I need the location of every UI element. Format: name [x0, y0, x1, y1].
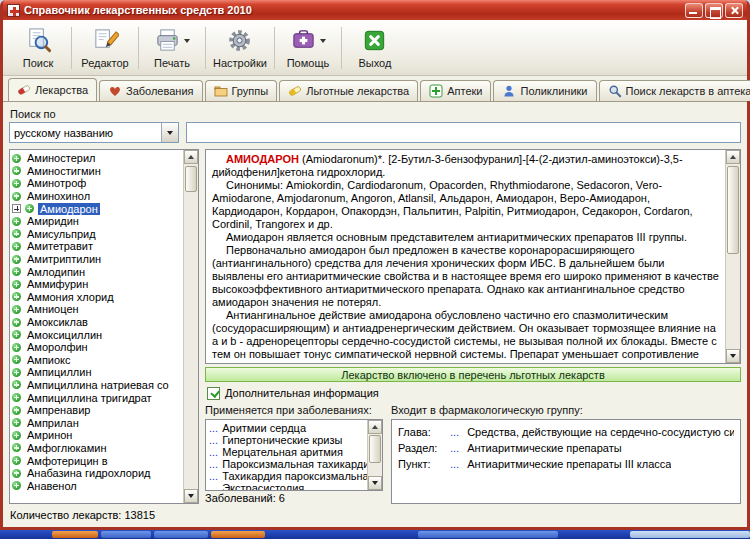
taskbar-window-button[interactable]	[211, 531, 265, 538]
disease-list-item[interactable]: ... Мерцательная аритмия	[209, 446, 367, 458]
drug-list-item[interactable]: Ампренавир	[12, 404, 183, 417]
drug-list-item[interactable]: Аминостерил	[12, 152, 183, 165]
drug-list-item[interactable]: Аммония хлорид	[12, 291, 183, 304]
scroll-up-button[interactable]	[368, 420, 382, 434]
disease-details-link[interactable]: ...	[209, 434, 218, 446]
disease-details-link[interactable]: ...	[209, 470, 218, 482]
scroll-thumb[interactable]	[727, 166, 739, 254]
combobox-dropdown-button[interactable]	[161, 123, 178, 142]
drug-list-item[interactable]: Ампиокс	[12, 354, 183, 367]
scroll-up-button[interactable]	[184, 150, 198, 164]
disease-list-item[interactable]: ... Экстрасистолия	[209, 482, 367, 490]
disease-details-link[interactable]: ...	[209, 458, 218, 470]
taskbar-window-button[interactable]	[52, 531, 98, 538]
additional-info-checkbox[interactable]	[207, 387, 220, 400]
editor-toolbar-button[interactable]: Редактор	[78, 23, 132, 73]
scroll-up-button[interactable]	[726, 150, 740, 164]
drug-list-item[interactable]: Амиодарон	[12, 202, 183, 215]
toolbar-separator	[71, 27, 72, 69]
drug-list-item[interactable]: Ампициллина натриевая со	[12, 379, 183, 392]
drug-list-item[interactable]: Амниоцен	[12, 303, 183, 316]
disease-list-item[interactable]: ... Гипертонические кризы	[209, 434, 367, 446]
expand-plus-icon[interactable]	[12, 204, 21, 213]
tab-drugs[interactable]: Лекарства	[8, 78, 97, 101]
tab-diseases[interactable]: Заболевания	[99, 80, 203, 101]
drug-list-item[interactable]: Амоксиклав	[12, 316, 183, 329]
drug-list-item[interactable]: Анабазина гидрохлорид	[12, 467, 183, 480]
drug-list-item[interactable]: Амфотерицин в	[12, 454, 183, 467]
search-mode-combobox[interactable]: русскому названию	[9, 122, 179, 143]
benefit-pill-icon	[288, 84, 302, 98]
drug-list-item[interactable]: Амоксициллин	[12, 328, 183, 341]
minimize-button[interactable]	[685, 3, 703, 18]
help-toolbar-button[interactable]: Помощь	[281, 23, 335, 73]
drug-name: Амиридин	[25, 215, 81, 227]
search-input[interactable]	[186, 122, 741, 143]
search-row: русскому названию	[9, 122, 741, 143]
tab-drug-search-in-pharmacies[interactable]: Поиск лекарств в аптеках	[599, 80, 750, 101]
disease-list-item[interactable]: ... Пароксизмальная тахикардия	[209, 458, 367, 470]
drug-list-item[interactable]: Аминостигмин	[12, 165, 183, 178]
taskbar-window-button[interactable]	[154, 531, 208, 538]
description-scrollbar[interactable]	[725, 150, 740, 363]
drug-list-item[interactable]: Амитриптилин	[12, 253, 183, 266]
scroll-down-button[interactable]	[368, 476, 382, 490]
drug-list-item[interactable]: Амприлан	[12, 416, 183, 429]
tab-clinics[interactable]: Поликлиники	[493, 80, 596, 101]
drug-list-item[interactable]: Амисульприд	[12, 228, 183, 241]
drug-pill-icon	[12, 280, 21, 289]
title-bar[interactable]: Справочник лекарственных средств 2010	[3, 0, 747, 20]
scroll-down-button[interactable]	[726, 349, 740, 363]
taskbar-window-button[interactable]	[101, 531, 151, 538]
taskbar-window-button[interactable]	[418, 531, 558, 538]
disease-details-link[interactable]: ...	[209, 422, 218, 434]
drug-list-item[interactable]: Ампициллин	[12, 366, 183, 379]
print-toolbar-button[interactable]: Печать	[145, 23, 199, 73]
drug-pill-icon	[12, 330, 21, 339]
pharm-group-box: Глава: ... Средства, действующие на серд…	[391, 419, 741, 504]
drug-list-item[interactable]: Амитетравит	[12, 240, 183, 253]
drug-list-item[interactable]: Аминохинол	[12, 190, 183, 203]
pharm-group-link[interactable]: ...	[450, 426, 459, 438]
tab-groups[interactable]: Группы	[205, 80, 278, 101]
settings-toolbar-button[interactable]: Настройки	[212, 23, 268, 73]
exit-toolbar-button[interactable]: Выход	[348, 23, 402, 73]
taskbar-tray[interactable]	[630, 531, 750, 538]
tab-pharmacies[interactable]: Аптеки	[420, 80, 491, 101]
scroll-track[interactable]	[368, 434, 382, 476]
drug-list-item[interactable]: Аминотроф	[12, 177, 183, 190]
disease-details-link[interactable]: ...	[209, 482, 218, 490]
drug-list-item[interactable]: Аморолфин	[12, 341, 183, 354]
drug-pill-icon	[12, 154, 21, 163]
drug-name: Ампициллина тригидрат	[25, 392, 154, 404]
toolbar-separator	[205, 27, 206, 69]
search-toolbar-button[interactable]: Поиск	[11, 23, 65, 73]
print-dropdown-arrow-icon[interactable]	[184, 39, 190, 43]
drug-list-scrollbar[interactable]	[183, 150, 198, 503]
close-button[interactable]	[725, 3, 743, 18]
disease-list-item[interactable]: ... Аритмии сердца	[209, 422, 367, 434]
edit-icon	[92, 27, 119, 54]
scroll-thumb[interactable]	[369, 435, 381, 463]
scroll-down-button[interactable]	[184, 489, 198, 503]
drug-list-item[interactable]: Амринон	[12, 429, 183, 442]
diseases-scrollbar[interactable]	[367, 420, 382, 490]
drug-list-item[interactable]: Аммифурин	[12, 278, 183, 291]
drug-list-item[interactable]: Амлодипин	[12, 265, 183, 278]
maximize-button[interactable]	[705, 3, 723, 18]
drug-list-item[interactable]: Амфоглюкамин	[12, 442, 183, 455]
tab-benefit-drugs[interactable]: Льготные лекарства	[279, 80, 418, 101]
drug-list-item[interactable]: Анавенол	[12, 479, 183, 492]
scroll-track[interactable]	[184, 164, 198, 489]
chevron-down-icon	[167, 131, 173, 135]
disease-details-link[interactable]: ...	[209, 446, 218, 458]
pharm-group-link[interactable]: ...	[450, 442, 459, 454]
scroll-track[interactable]	[726, 164, 740, 349]
scroll-thumb[interactable]	[185, 166, 197, 192]
disease-list-item[interactable]: ... Тахикардия пароксизмальная	[209, 470, 367, 482]
pharm-group-link[interactable]: ...	[450, 458, 459, 470]
diseases-list: ... Аритмии сердца ... Гипертонические к…	[206, 420, 367, 490]
help-dropdown-arrow-icon[interactable]	[320, 39, 326, 43]
drug-list-item[interactable]: Амиридин	[12, 215, 183, 228]
drug-list-item[interactable]: Ампициллина тригидрат	[12, 391, 183, 404]
